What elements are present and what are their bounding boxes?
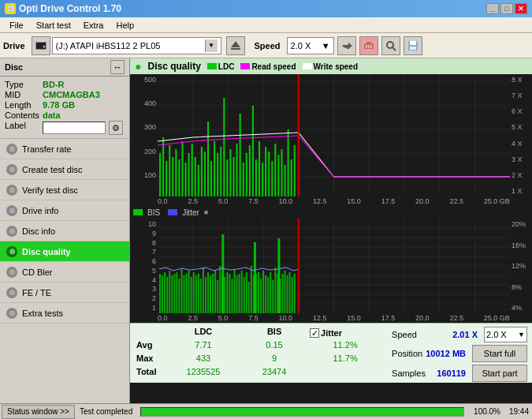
upper-chart: 500 400 300 200 100: [130, 74, 532, 196]
nav-transfer-rate[interactable]: ◎ Transfer rate: [0, 139, 129, 159]
title-bar-left: 💿 Opti Drive Control 1.70: [5, 3, 121, 14]
nav-disc-quality[interactable]: ◎ Disc quality: [0, 241, 129, 262]
svg-rect-129: [246, 272, 247, 313]
samples-label: Samples: [392, 368, 426, 378]
svg-rect-152: [277, 238, 280, 313]
bis-legend-color: [133, 209, 143, 215]
jitter-legend-label: Jitter: [182, 208, 199, 217]
svg-rect-121: [226, 272, 228, 313]
svg-rect-44: [201, 147, 203, 196]
nav-transfer-rate-label: Transfer rate: [22, 144, 72, 154]
menu-file[interactable]: File: [3, 19, 30, 32]
drive-select-arrow[interactable]: ▼: [205, 39, 218, 52]
svg-rect-66: [271, 161, 273, 196]
svg-rect-128: [244, 277, 245, 313]
label-settings-button[interactable]: ⚙: [109, 121, 123, 135]
svg-rect-137: [265, 275, 266, 313]
svg-line-13: [392, 47, 396, 51]
svg-rect-64: [265, 147, 266, 196]
maximize-button[interactable]: □: [500, 3, 513, 14]
total-label: Total: [136, 367, 168, 380]
avg-bis: 0.15: [239, 340, 310, 353]
svg-rect-4: [231, 48, 240, 50]
speed-apply-button[interactable]: [337, 36, 356, 55]
speed-row: Speed 2.01 X 2.0 X ▼: [392, 327, 527, 342]
speed-label: Speed: [392, 330, 417, 339]
label-input[interactable]: [43, 122, 106, 134]
upper-y-axis: 500 400 300 200 100: [130, 74, 158, 196]
jitter-header: Jitter: [321, 328, 342, 338]
start-full-button[interactable]: Start full: [472, 345, 527, 362]
lower-chart-svg: [158, 219, 510, 313]
svg-rect-102: [180, 269, 182, 313]
avg-label: Avg: [136, 340, 168, 353]
nav-disc-info[interactable]: ◎ Disc info: [0, 221, 129, 241]
nav-disc-info-label: Disc info: [22, 226, 55, 236]
svg-point-2: [43, 45, 45, 47]
verify-test-disc-icon: ◎: [6, 185, 17, 196]
nav-create-test-disc[interactable]: ◎ Create test disc: [0, 159, 129, 180]
menu-start-test[interactable]: Start test: [30, 19, 77, 32]
start-part-button[interactable]: Start part: [472, 365, 527, 382]
scan-button[interactable]: [381, 36, 400, 55]
nav-verify-test-disc[interactable]: ◎ Verify test disc: [0, 180, 129, 200]
disc-refresh-button[interactable]: ↔: [110, 60, 125, 74]
fe-te-icon: ◎: [6, 287, 17, 298]
lower-legend: BIS Jitter ■: [130, 206, 532, 219]
svg-rect-53: [229, 149, 231, 196]
svg-rect-54: [233, 157, 234, 196]
drive-select[interactable]: (J:) ATAPI iHBS112 2 PL05 ▼: [52, 37, 221, 54]
status-window-button[interactable]: Status window >>: [2, 405, 75, 419]
position-label: Position: [392, 349, 422, 358]
save-button[interactable]: [404, 36, 422, 55]
mid-key: MID: [5, 90, 39, 99]
eject-button[interactable]: [226, 36, 245, 55]
svg-rect-39: [185, 163, 187, 196]
erase-button[interactable]: [359, 36, 378, 55]
right-panel: ● Disc quality LDC Read speed Write spee…: [130, 58, 532, 403]
svg-rect-151: [254, 242, 256, 313]
legend-read-speed: Read speed: [240, 62, 296, 71]
menu-help[interactable]: Help: [110, 19, 140, 32]
drive-icon: [32, 36, 50, 55]
nav-extra-tests[interactable]: ◎ Extra tests: [0, 303, 129, 324]
svg-rect-113: [207, 272, 209, 313]
svg-rect-116: [214, 271, 216, 313]
disc-quality-icon: ◎: [6, 246, 17, 257]
jitter-checkbox[interactable]: ✓: [310, 328, 319, 338]
status-time: 19:44: [504, 407, 532, 416]
svg-rect-8: [366, 42, 371, 44]
svg-rect-107: [193, 272, 195, 313]
menu-extra[interactable]: Extra: [77, 19, 110, 32]
bis-header: BIS: [239, 327, 310, 339]
svg-rect-69: [281, 149, 282, 196]
speed-combo[interactable]: 2.0 X ▼: [484, 327, 527, 342]
svg-rect-127: [241, 271, 243, 313]
svg-rect-59: [249, 145, 251, 196]
nav-verify-test-disc-label: Verify test disc: [22, 185, 78, 195]
position-row: Position 10012 MB Start full: [392, 345, 527, 362]
upper-chart-area: [158, 74, 510, 196]
svg-rect-49: [217, 153, 218, 196]
upper-x-axis: 0.0 2.5 5.0 7.5 10.0 12.5 15.0 17.5 20.0…: [130, 196, 532, 206]
nav-drive-info[interactable]: ◎ Drive info: [0, 200, 129, 221]
minimize-button[interactable]: _: [486, 3, 499, 14]
svg-rect-135: [260, 279, 262, 313]
label-key: Label: [5, 121, 39, 135]
lower-x-axis: 0.0 2.5 5.0 7.5 10.0 12.5 15.0 17.5 20.0…: [130, 313, 532, 323]
svg-rect-145: [285, 271, 286, 313]
svg-rect-125: [236, 275, 238, 313]
svg-rect-56: [240, 114, 241, 196]
close-button[interactable]: ✕: [515, 3, 527, 14]
nav-cd-bler[interactable]: ◎ CD Bler: [0, 262, 129, 282]
nav-drive-info-label: Drive info: [22, 206, 58, 215]
speed-value: 2.01 X: [420, 330, 478, 339]
svg-rect-95: [164, 272, 166, 313]
svg-rect-16: [410, 47, 416, 50]
svg-rect-48: [214, 141, 215, 196]
svg-rect-47: [210, 161, 212, 196]
nav-fe-te[interactable]: ◎ FE / TE: [0, 282, 129, 303]
bis-legend-label: BIS: [147, 208, 160, 217]
speed-select[interactable]: 2.0 X ▼: [287, 37, 334, 54]
svg-rect-109: [198, 274, 199, 313]
